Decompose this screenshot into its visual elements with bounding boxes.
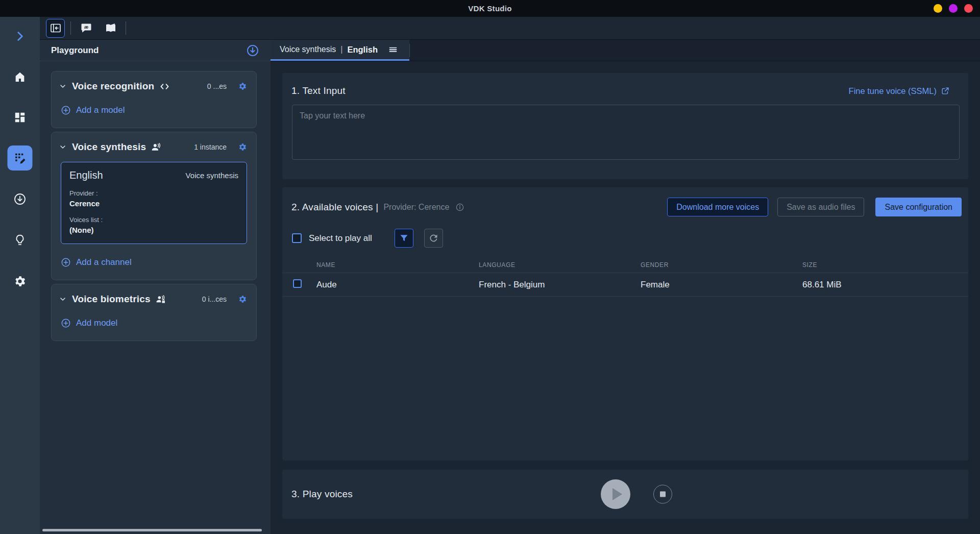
app-window: VDK Studio	[0, 0, 980, 534]
voices-table: NAME LANGUAGE GENDER SIZE Aude French - …	[282, 257, 968, 297]
voice-biometrics-card: Voice biometrics 0 i...ces Add model	[51, 284, 257, 341]
collapse-chevron-icon[interactable]	[59, 82, 67, 90]
column-header-size: SIZE	[802, 261, 968, 269]
cell-language: French - Belgium	[479, 280, 641, 290]
window-dot-yellow-icon[interactable]	[934, 4, 942, 13]
nav-dashboard-button[interactable]	[12, 109, 28, 126]
playground-edit-icon	[13, 151, 27, 165]
voice-biometrics-icon	[156, 294, 166, 305]
column-header-name: NAME	[316, 261, 479, 269]
external-link-icon	[941, 86, 950, 95]
add-channel-link[interactable]: Add a channel	[61, 257, 247, 268]
collapse-chevron-icon[interactable]	[59, 143, 67, 151]
provider-info-button[interactable]	[455, 203, 464, 212]
playground-download-button[interactable]	[246, 44, 259, 57]
add-model-link[interactable]: Add a model	[61, 105, 247, 115]
text-input-title: 1. Text Input	[291, 85, 346, 96]
voice-synthesis-card-header: Voice synthesis 1 instance	[59, 141, 247, 153]
home-icon	[13, 70, 27, 84]
tab-bar: Voice synthesis | English	[271, 40, 980, 61]
window-controls	[934, 4, 973, 13]
dashboard-icon	[13, 111, 27, 124]
main-content: Voice synthesis | English 1. Text Input …	[271, 40, 980, 534]
cell-name: Aude	[316, 280, 479, 290]
collapse-panel-button[interactable]	[46, 19, 65, 38]
phoneme-tool-button[interactable]: æ	[77, 19, 95, 38]
provider-label: Provider :	[69, 189, 238, 197]
filter-voices-button[interactable]	[395, 229, 413, 248]
play-voices-title: 3. Play voices	[291, 489, 353, 500]
download-circle-icon	[246, 44, 259, 57]
play-button[interactable]	[601, 479, 630, 509]
tab-separator: |	[340, 45, 342, 54]
channel-type: Voice synthesis	[186, 171, 238, 180]
tab-menu-button[interactable]	[387, 44, 399, 55]
card-settings-button[interactable]	[238, 142, 247, 152]
plus-circle-icon	[61, 318, 71, 328]
gear-icon	[238, 82, 247, 91]
text-input-field[interactable]	[292, 105, 960, 160]
card-title: Voice biometrics	[72, 294, 151, 305]
refresh-voices-button[interactable]	[424, 229, 443, 248]
column-header-gender: GENDER	[641, 261, 802, 269]
card-settings-button[interactable]	[238, 295, 247, 304]
horizontal-scrollbar[interactable]	[42, 529, 262, 531]
voice-recognition-card: Voice recognition 0 ...es Add a model	[51, 71, 257, 128]
model-cards: Voice recognition 0 ...es Add a model	[51, 71, 257, 345]
play-icon	[612, 488, 622, 500]
code-icon	[159, 81, 170, 92]
text-input-section: 1. Text Input Fine tune voice (SSML)	[282, 73, 968, 179]
play-voices-section: 3. Play voices	[282, 470, 968, 519]
stop-button[interactable]	[653, 485, 672, 504]
download-circle-icon	[13, 192, 27, 206]
playground-panel: Playground Voice recognition 0 ...es	[40, 40, 271, 534]
window-dot-red-icon[interactable]	[964, 4, 973, 13]
playground-title: Playground	[51, 45, 99, 56]
nav-ideas-button[interactable]	[12, 232, 28, 248]
toolbar-divider	[70, 21, 71, 35]
nav-playground-button[interactable]	[8, 145, 33, 171]
nav-download-button[interactable]	[12, 191, 28, 207]
window-dot-purple-icon[interactable]	[949, 4, 958, 13]
left-nav-rail	[0, 17, 40, 534]
table-row-aude[interactable]: Aude French - Belgium Female 68.61 MiB	[282, 273, 968, 297]
channel-card-english[interactable]: English Voice synthesis Provider : Ceren…	[61, 162, 247, 244]
chevron-right-icon	[13, 30, 27, 43]
voices-list-value: (None)	[69, 226, 238, 234]
documentation-button[interactable]	[101, 19, 120, 38]
channel-card-header: English Voice synthesis	[69, 169, 238, 181]
tab-voice-synthesis-english[interactable]: Voice synthesis | English	[271, 40, 409, 61]
open-book-icon	[105, 22, 117, 34]
collapse-chevron-icon[interactable]	[59, 295, 67, 303]
instance-count: 0 i...ces	[202, 295, 227, 303]
gear-icon	[238, 295, 247, 304]
collapse-panel-icon	[50, 22, 62, 34]
voices-table-header: NAME LANGUAGE GENDER SIZE	[282, 257, 968, 273]
available-voices-title: 2. Available voices |	[291, 202, 378, 213]
svg-text:æ: æ	[84, 24, 88, 30]
add-model-link[interactable]: Add model	[61, 318, 247, 328]
select-to-play-all-checkbox[interactable]	[292, 233, 302, 243]
row-checkbox[interactable]	[293, 279, 302, 288]
fine-tune-ssml-link[interactable]: Fine tune voice (SSML)	[849, 86, 950, 96]
toolbar-divider	[126, 21, 126, 35]
card-settings-button[interactable]	[238, 82, 247, 91]
nav-home-button[interactable]	[12, 69, 28, 85]
tab-instance-label: English	[347, 45, 378, 55]
tab-divider	[409, 44, 410, 57]
download-more-voices-button[interactable]: Download more voices	[667, 198, 768, 216]
titlebar: VDK Studio	[0, 0, 980, 17]
expand-sidebar-button[interactable]	[12, 28, 28, 44]
window-title: VDK Studio	[468, 4, 512, 13]
voices-list-label: Voices list :	[69, 216, 238, 224]
card-title: Voice recognition	[72, 81, 154, 92]
voice-biometrics-card-header: Voice biometrics 0 i...ces	[59, 294, 247, 305]
main-scroll-area: 1. Text Input Fine tune voice (SSML) 2. …	[271, 61, 980, 534]
voice-over-icon	[151, 142, 162, 153]
nav-settings-button[interactable]	[12, 273, 28, 289]
ssml-link-label: Fine tune voice (SSML)	[849, 86, 937, 96]
tab-label: Voice synthesis	[280, 45, 336, 54]
instance-count: 1 instance	[194, 143, 227, 151]
save-as-audio-files-button[interactable]: Save as audio files	[777, 198, 864, 216]
save-configuration-button[interactable]: Save configuration	[875, 198, 962, 216]
